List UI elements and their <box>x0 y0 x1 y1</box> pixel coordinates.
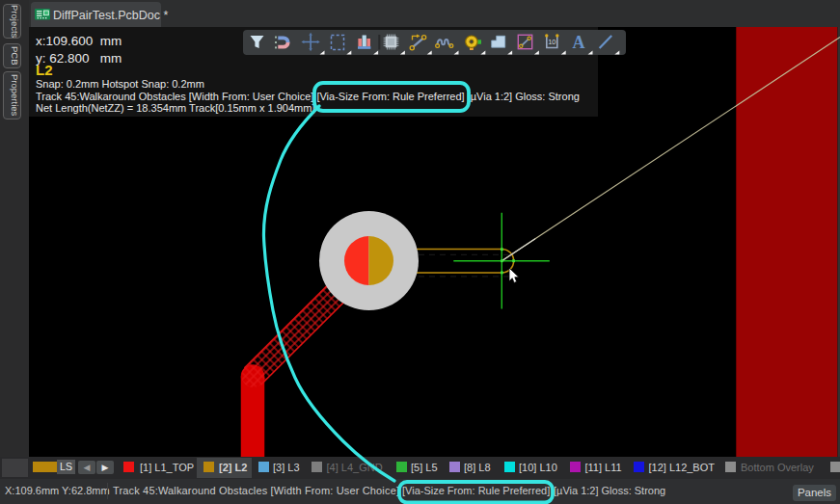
svg-text:10: 10 <box>548 38 555 46</box>
svg-text:A: A <box>573 33 585 52</box>
